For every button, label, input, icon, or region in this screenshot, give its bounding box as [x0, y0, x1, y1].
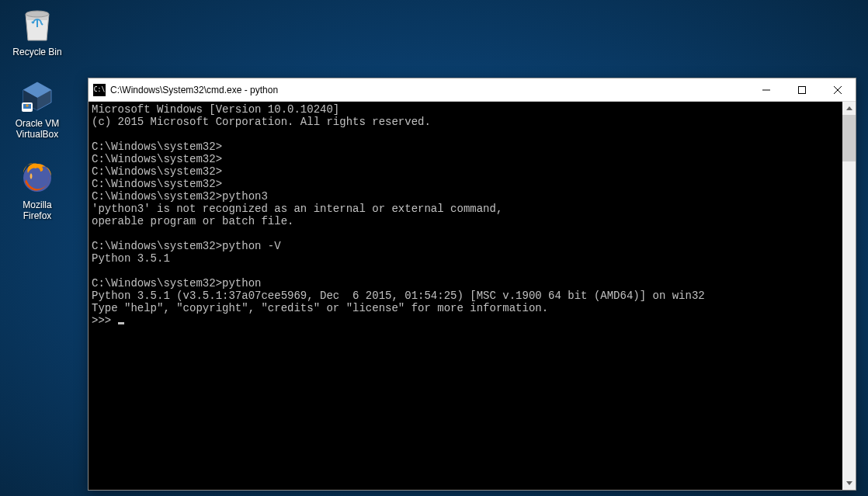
- minimize-button[interactable]: [748, 78, 784, 101]
- recycle-bin-icon: [19, 6, 56, 43]
- terminal-line: C:\Windows\system32>python: [92, 277, 261, 290]
- svg-point-0: [26, 11, 49, 17]
- scroll-thumb[interactable]: [842, 115, 856, 161]
- terminal-output[interactable]: Microsoft Windows [Version 10.0.10240] (…: [89, 102, 842, 490]
- terminal-line: C:\Windows\system32>: [92, 165, 222, 178]
- terminal-line: Python 3.5.1 (v3.5.1:37a07cee5969, Dec 6…: [92, 290, 705, 302]
- terminal-line: (c) 2015 Microsoft Corporation. All righ…: [92, 116, 431, 128]
- svg-rect-5: [799, 86, 806, 93]
- terminal-line: Microsoft Windows [Version 10.0.10240]: [92, 103, 339, 116]
- desktop-icon-label: Mozilla Firefox: [8, 199, 67, 221]
- terminal-line: operable program or batch file.: [92, 215, 293, 227]
- terminal-line: Python 3.5.1: [92, 252, 170, 265]
- terminal-line: C:\Windows\system32>: [92, 140, 222, 153]
- desktop-icon-label: Oracle VM VirtualBox: [8, 118, 67, 140]
- terminal-cursor: [118, 322, 124, 324]
- desktop-icon-recycle-bin[interactable]: Recycle Bin: [8, 6, 67, 57]
- terminal-line: Type "help", "copyright", "credits" or "…: [92, 302, 548, 314]
- scroll-up-button[interactable]: [842, 102, 856, 115]
- vertical-scrollbar[interactable]: [842, 102, 856, 490]
- cmd-window: C:\ C:\Windows\System32\cmd.exe - python…: [88, 78, 856, 491]
- virtualbox-icon: [19, 78, 56, 115]
- desktop-icon-label: Recycle Bin: [8, 47, 67, 57]
- terminal-line: C:\Windows\system32>python3: [92, 190, 268, 203]
- terminal-line: C:\Windows\system32>python -V: [92, 240, 281, 252]
- close-button[interactable]: [820, 78, 856, 101]
- scroll-down-button[interactable]: [842, 477, 856, 490]
- scroll-track[interactable]: [842, 115, 856, 477]
- terminal-line: >>>: [92, 314, 118, 327]
- terminal-line: C:\Windows\system32>: [92, 178, 222, 190]
- window-title: C:\Windows\System32\cmd.exe - python: [110, 85, 748, 95]
- desktop-icon-firefox[interactable]: Mozilla Firefox: [8, 159, 67, 221]
- terminal-line: C:\Windows\system32>: [92, 153, 222, 165]
- window-titlebar[interactable]: C:\ C:\Windows\System32\cmd.exe - python: [89, 78, 856, 102]
- desktop-icon-virtualbox[interactable]: Oracle VM VirtualBox: [8, 78, 67, 140]
- firefox-icon: [19, 159, 56, 196]
- terminal-line: 'python3' is not recognized as an intern…: [92, 203, 502, 215]
- maximize-button[interactable]: [784, 78, 820, 101]
- cmd-icon: C:\: [93, 84, 106, 96]
